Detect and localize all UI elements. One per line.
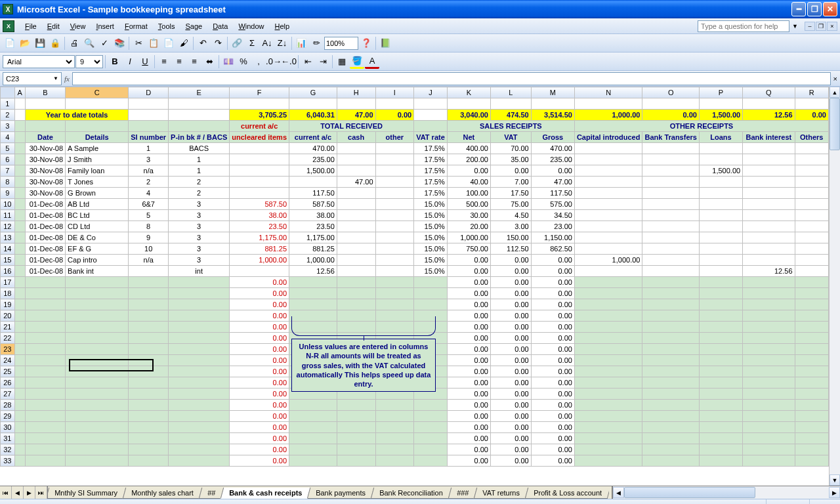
cell[interactable]: 01-Dec-08 <box>25 199 65 210</box>
help-dropdown-icon[interactable]: ▼ <box>792 23 798 30</box>
row-header-21[interactable]: 21 <box>1 322 15 333</box>
cell[interactable] <box>337 188 375 199</box>
cell[interactable] <box>129 310 169 322</box>
cell[interactable] <box>375 366 414 377</box>
cell[interactable] <box>375 355 414 366</box>
worksheet-grid[interactable]: ABCDEFGHIJKLMNOPQR1 2 Year to date total… <box>0 87 840 486</box>
cell[interactable] <box>743 154 795 165</box>
cell[interactable] <box>743 455 795 467</box>
cell[interactable] <box>169 355 230 366</box>
cell[interactable] <box>642 188 699 199</box>
cell[interactable] <box>743 188 795 199</box>
row-header-20[interactable]: 20 <box>1 310 15 322</box>
cell[interactable]: 0.00 <box>447 388 490 400</box>
menu-format[interactable]: Format <box>119 20 153 32</box>
cell[interactable] <box>337 310 375 322</box>
cell[interactable]: 0.00 <box>447 299 490 310</box>
cell[interactable] <box>642 177 699 188</box>
cell[interactable]: 0.00 <box>531 277 574 288</box>
cell[interactable] <box>129 121 169 132</box>
menu-data[interactable]: Data <box>207 20 233 32</box>
cell[interactable] <box>795 143 828 154</box>
sort-desc-icon[interactable]: Z↓ <box>275 36 289 51</box>
cell[interactable] <box>795 299 828 310</box>
cell[interactable]: 0.00 <box>531 310 574 322</box>
cell[interactable] <box>574 422 642 433</box>
cell[interactable] <box>574 243 642 255</box>
cell[interactable] <box>642 232 699 243</box>
cell[interactable] <box>289 433 337 444</box>
cell[interactable]: 30-Nov-08 <box>25 165 65 177</box>
cell[interactable]: 15.0% <box>414 232 448 243</box>
cell[interactable]: 3 <box>169 232 230 243</box>
row-header-2[interactable]: 2 <box>1 110 15 121</box>
cell[interactable] <box>337 388 375 400</box>
row-header-24[interactable]: 24 <box>1 355 15 366</box>
cell[interactable]: A Sample <box>66 143 129 154</box>
cell[interactable]: 0.00 <box>230 455 289 467</box>
row-header-18[interactable]: 18 <box>1 288 15 299</box>
cell[interactable] <box>642 388 699 400</box>
cell[interactable]: Gross <box>531 132 574 143</box>
cell[interactable] <box>337 266 375 277</box>
col-header-N[interactable]: N <box>574 87 642 98</box>
cell[interactable] <box>289 377 337 388</box>
cell[interactable]: T Jones <box>66 177 129 188</box>
cell[interactable] <box>14 422 25 433</box>
cell[interactable] <box>375 444 414 455</box>
cell[interactable]: 35.00 <box>490 154 531 165</box>
cell[interactable]: 0.00 <box>490 266 531 277</box>
cell[interactable] <box>743 177 795 188</box>
cell[interactable]: 30-Nov-08 <box>25 177 65 188</box>
cell[interactable] <box>642 333 699 344</box>
cell[interactable] <box>743 400 795 411</box>
cell[interactable] <box>699 266 742 277</box>
cell[interactable] <box>289 288 337 299</box>
col-header-D[interactable]: D <box>129 87 169 98</box>
menu-window[interactable]: Window <box>233 20 269 32</box>
cell[interactable] <box>375 310 414 322</box>
cell[interactable]: 0.00 <box>490 277 531 288</box>
permission-icon[interactable]: 🔒 <box>48 36 62 51</box>
cell[interactable] <box>14 188 25 199</box>
cell[interactable]: 0.00 <box>531 444 574 455</box>
cell[interactable]: 1,500.00 <box>699 165 742 177</box>
cell[interactable] <box>743 221 795 232</box>
cell[interactable] <box>289 455 337 467</box>
cell[interactable]: 100.00 <box>447 188 490 199</box>
cell[interactable] <box>743 277 795 288</box>
window-minimize-button[interactable]: ━ <box>791 2 806 16</box>
cell[interactable] <box>66 344 129 355</box>
cell[interactable]: 17.5% <box>414 154 448 165</box>
font-color-icon[interactable]: A <box>365 54 379 69</box>
cell[interactable] <box>289 277 337 288</box>
cell[interactable] <box>66 333 129 344</box>
cell[interactable] <box>414 355 448 366</box>
menu-file[interactable]: File <box>20 20 42 32</box>
cell[interactable] <box>375 333 414 344</box>
col-header-G[interactable]: G <box>289 87 337 98</box>
cell[interactable]: 17.50 <box>490 188 531 199</box>
cell[interactable]: 12.56 <box>743 266 795 277</box>
hscroll-thumb[interactable] <box>624 487 755 498</box>
cell[interactable] <box>795 255 828 266</box>
cell[interactable] <box>699 143 742 154</box>
cell[interactable]: 1,150.00 <box>531 232 574 243</box>
cell[interactable] <box>642 199 699 210</box>
row-header-1[interactable]: 1 <box>1 98 15 110</box>
cell[interactable] <box>375 255 414 266</box>
cell[interactable] <box>743 366 795 377</box>
hdr-sales-receipts[interactable]: SALES RECEIPTS <box>447 121 574 132</box>
cell[interactable]: 0.00 <box>447 277 490 288</box>
cell[interactable] <box>414 98 448 110</box>
col-header-F[interactable]: F <box>230 87 289 98</box>
cell[interactable]: 0.00 <box>531 388 574 400</box>
cell[interactable] <box>169 411 230 422</box>
cell[interactable] <box>574 288 642 299</box>
cell[interactable] <box>14 210 25 221</box>
cell[interactable]: 587.50 <box>230 199 289 210</box>
cell[interactable] <box>699 232 742 243</box>
cell[interactable] <box>14 433 25 444</box>
cell[interactable] <box>337 288 375 299</box>
cell[interactable] <box>795 388 828 400</box>
